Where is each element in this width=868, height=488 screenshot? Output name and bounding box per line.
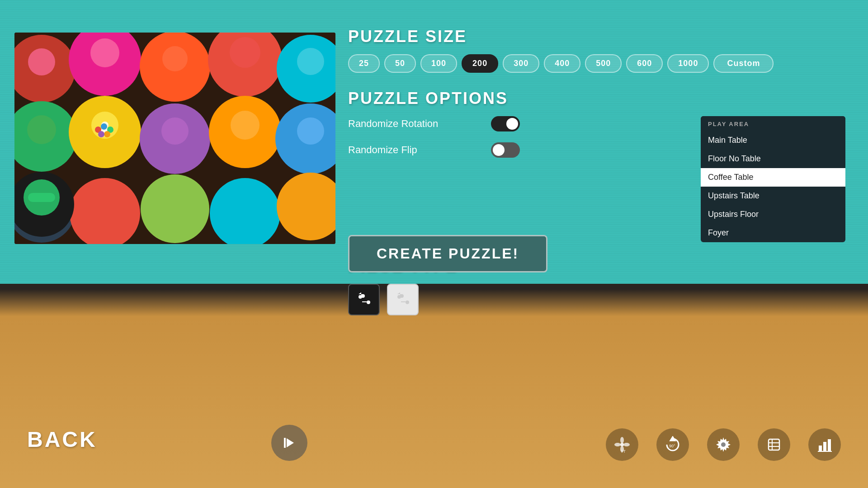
svg-marker-44 [670, 437, 675, 441]
puzzle-image [14, 33, 335, 244]
piece-buttons [348, 284, 845, 315]
svg-point-16 [28, 48, 55, 75]
play-area-item-foyer[interactable]: Foyer [701, 224, 845, 242]
toggle-thumb-rotation [506, 118, 518, 130]
play-area-item-coffee-table[interactable]: Coffee Table [701, 168, 845, 187]
size-btn-100[interactable]: 100 [420, 54, 457, 73]
randomize-rotation-toggle[interactable] [491, 116, 520, 131]
svg-marker-36 [287, 438, 294, 447]
size-btn-200[interactable]: 200 [462, 54, 498, 73]
svg-rect-54 [828, 439, 831, 451]
play-area-item-upstairs-floor[interactable]: Upstairs Floor [701, 205, 845, 224]
svg-point-17 [90, 38, 119, 67]
randomize-rotation-label: Randomize Rotation [348, 118, 438, 130]
size-btn-50[interactable]: 50 [384, 54, 416, 73]
svg-point-23 [161, 117, 189, 145]
svg-point-31 [104, 131, 110, 137]
svg-point-41 [614, 443, 621, 446]
play-area-item-main-table[interactable]: Main Table [701, 131, 845, 150]
svg-rect-37 [284, 438, 286, 448]
settings-button[interactable] [707, 428, 740, 461]
svg-rect-55 [818, 451, 832, 452]
size-btn-400[interactable]: 400 [544, 54, 580, 73]
size-btn-25[interactable]: 25 [348, 54, 380, 73]
play-area-list: Main Table Floor No Table Coffee Table U… [701, 131, 845, 242]
svg-text:TT: TT [621, 449, 626, 453]
svg-point-20 [297, 48, 324, 75]
svg-point-38 [620, 443, 624, 446]
svg-point-25 [297, 117, 324, 145]
piece-btn-light[interactable] [387, 284, 419, 315]
svg-point-32 [98, 131, 104, 137]
play-area-item-floor-no-table[interactable]: Floor No Table [701, 150, 845, 168]
puzzle-piece-icon-light [394, 291, 412, 309]
svg-point-29 [101, 123, 107, 130]
bottom-icons [271, 425, 307, 461]
randomize-flip-label: Randomize Flip [348, 144, 417, 156]
piece-btn-dark[interactable] [348, 284, 380, 315]
toggle-thumb-flip [493, 144, 505, 156]
play-pause-button[interactable] [271, 425, 307, 461]
puzzle-options-title: PUZZLE OPTIONS [348, 89, 845, 108]
palette-button[interactable] [758, 428, 790, 461]
size-btn-600[interactable]: 600 [626, 54, 663, 73]
svg-point-13 [141, 174, 209, 243]
randomize-rotation-row: Randomize Rotation [348, 116, 520, 131]
svg-point-42 [623, 443, 630, 446]
svg-rect-35 [28, 193, 55, 202]
play-area-item-upstairs-table[interactable]: Upstairs Table [701, 187, 845, 205]
rotate-button[interactable]: 90° [656, 428, 689, 461]
options-left: Randomize Rotation Randomize Flip [348, 116, 683, 169]
svg-rect-52 [819, 446, 822, 451]
svg-point-39 [620, 437, 624, 443]
svg-rect-48 [769, 439, 779, 450]
back-button[interactable]: BACK [27, 427, 97, 452]
size-btn-1000[interactable]: 1000 [667, 54, 709, 73]
play-area-header: PLAY AREA [701, 116, 845, 131]
svg-point-47 [721, 442, 726, 447]
size-btn-300[interactable]: 300 [503, 54, 539, 73]
right-bottom-icons: TT 90° [606, 428, 841, 461]
svg-point-19 [230, 37, 260, 68]
flower-button[interactable]: TT [606, 428, 638, 461]
create-puzzle-button[interactable]: CREATE PUZZLE! [348, 235, 547, 272]
randomize-flip-row: Randomize Flip [348, 142, 520, 158]
puzzle-size-title: PUZZLE SIZE [348, 27, 845, 46]
svg-point-21 [27, 115, 56, 144]
svg-text:90°: 90° [669, 444, 675, 448]
size-buttons-group: 25 50 100 200 300 400 500 600 1000 Custo… [348, 54, 845, 73]
svg-point-24 [231, 111, 259, 140]
size-btn-500[interactable]: 500 [585, 54, 622, 73]
puzzle-piece-icon-dark [355, 291, 373, 309]
size-btn-custom[interactable]: Custom [713, 54, 774, 73]
stats-button[interactable] [808, 428, 841, 461]
svg-point-18 [162, 46, 188, 71]
puzzle-options-row: Randomize Rotation Randomize Flip PLAY A… [348, 116, 845, 242]
svg-rect-53 [823, 442, 826, 451]
play-area-panel: PLAY AREA Main Table Floor No Table Coff… [701, 116, 845, 242]
randomize-flip-toggle[interactable] [491, 142, 520, 158]
